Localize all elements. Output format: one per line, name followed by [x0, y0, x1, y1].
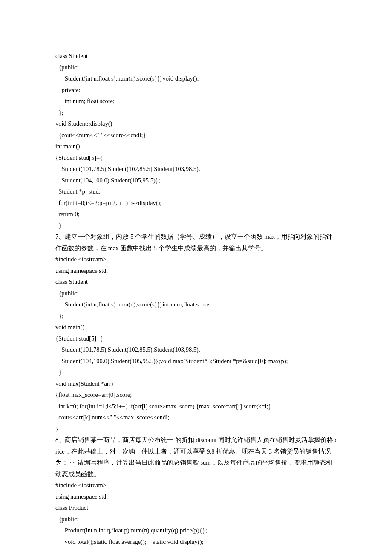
code-line: };: [55, 107, 337, 119]
code-line: #include <iostream>: [55, 480, 337, 491]
code-line: 7、建立一个对象组，内放 5 个学生的数据（学号、成绩），设立一个函数 max，…: [55, 231, 337, 254]
code-line: void Student::display(): [55, 118, 337, 130]
code-line: class Student: [55, 276, 337, 288]
code-line: int num; float score;: [55, 95, 337, 107]
code-line: Student *p=stud;: [55, 186, 337, 197]
code-line: using namespace std;: [55, 491, 337, 503]
code-line: Student(101,78.5),Student(102,85.5),Stud…: [55, 163, 337, 175]
code-line: void total();static float average(); sta…: [55, 536, 337, 548]
code-line: private:: [55, 84, 337, 96]
code-line: {Student stud[5]={: [55, 333, 337, 344]
code-line: class Product: [55, 502, 337, 514]
code-line: int main(): [55, 141, 337, 152]
code-line: class Student: [55, 50, 337, 62]
code-line: {public:: [55, 62, 337, 73]
code-line: Student(104,100.0),Student(105,95.5)};vo…: [55, 356, 337, 367]
code-line: Student(101,78.5),Student(102,85.5),Stud…: [55, 344, 337, 356]
code-line: {public:: [55, 514, 337, 525]
code-line: 8、商店销售某一商品，商店每天公布统一 的折扣 discount 同时允许销售人…: [55, 434, 337, 480]
code-line: int k=0; for(int i=1;i<5;i++) if(arr[i].…: [55, 401, 337, 412]
code-line: }: [55, 220, 337, 231]
code-line: void main(): [55, 321, 337, 333]
code-line: {Student stud[5]={: [55, 152, 337, 164]
code-line: }: [55, 423, 337, 435]
code-line: Student(int n,float s):num(n),score(s){}…: [55, 299, 337, 310]
code-line: };: [55, 310, 337, 322]
document-page: class Student {public: Student(int n,flo…: [0, 0, 392, 555]
code-line: return 0;: [55, 208, 337, 220]
code-line: {cout<<num<<" "<<score<<endl;}: [55, 130, 337, 141]
code-line: Student(104,100.0),Student(105,95.5)};: [55, 175, 337, 186]
code-line: using namespace std;: [55, 265, 337, 277]
code-line: Product(int n,int q,float p):num(n),quan…: [55, 525, 337, 536]
code-line: {public:: [55, 288, 337, 299]
code-line: }: [55, 367, 337, 378]
code-line: Student(int n,float s):num(n),score(s){}…: [55, 73, 337, 84]
code-line: #include <iostream>: [55, 254, 337, 265]
code-line: {float max_score=arr[0].score;: [55, 389, 337, 401]
code-line: void max(Student *arr): [55, 378, 337, 390]
code-line: for(int i=0;i<=2;p=p+2,i++) p->display()…: [55, 197, 337, 209]
code-line: cout<<arr[k].num<<" "<<max_score<<endl;: [55, 412, 337, 423]
